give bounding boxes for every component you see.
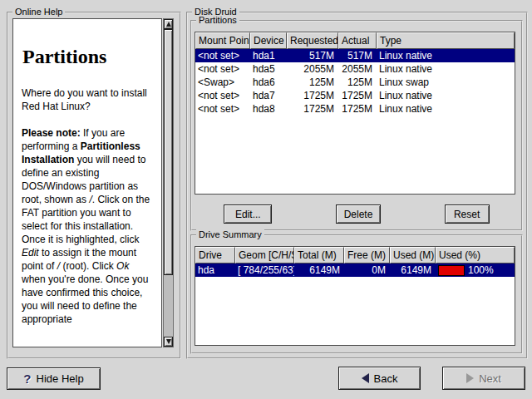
cell: 125M [287,76,338,89]
scroll-down-button[interactable] [164,337,173,347]
drive-summary-table: Drive Geom [C/H/S] Total (M) Free (M) Us… [195,246,515,346]
column-header-used-pct: Used (%) [436,247,515,264]
cell: Linux native [377,62,515,76]
scroll-up-button[interactable] [164,19,173,29]
delete-button[interactable]: Delete [336,204,381,224]
next-label: Next [479,372,501,385]
next-arrow-icon [466,373,474,383]
back-button[interactable]: Back [338,367,421,390]
cell: hda1 [250,49,287,62]
cell: 1725M [338,89,377,102]
scroll-down-icon [166,339,171,344]
column-header-actual: Actual [338,32,377,49]
cell: hda [195,264,235,277]
help-paragraph: Please note: If you are performing a Par… [22,126,153,326]
installer-screen: Online Help Partitions Where do you want… [0,0,532,399]
column-header-type: Type [377,32,515,49]
help-body: Where do you want to install Red Hat Lin… [22,86,153,326]
cell: <not set> [195,102,250,116]
used-percent-cell: 100% [436,264,515,277]
cell: 6149M [294,264,344,277]
cell: hda5 [250,62,287,76]
cell: <not set> [195,89,250,102]
cell: 517M [287,49,338,62]
column-header-free: Free (M) [344,247,390,264]
partitions-buttons: Edit... Delete Reset [192,204,521,224]
partition-row-hda5[interactable]: <not set>hda52055M2055MLinux native [195,62,515,76]
edit-button[interactable]: Edit... [224,204,272,224]
used-percent-bar [438,265,465,276]
cell: hda7 [250,89,287,102]
cell: hda6 [250,76,287,89]
online-help-panel: Online Help Partitions Where do you want… [7,12,181,359]
partitions-section: Partitions Mount Point Device Requested … [190,20,523,231]
cell: <Swap> [195,76,250,89]
partitions-table: Mount Point Device Requested Actual Type… [195,32,515,195]
cell: 1725M [338,102,377,116]
cell: Linux native [377,102,515,116]
partitions-frame-title: Partitions [196,15,239,26]
cell: Linux swap [377,76,515,89]
cell: hda8 [250,102,287,116]
partition-row-hda8[interactable]: <not set>hda81725M1725MLinux native [195,102,515,116]
cell: Linux native [377,49,515,62]
question-mark-icon: ? [23,372,31,386]
drive-row-hda[interactable]: hda[ 784/255/63]6149M0M6149M100% [195,264,515,277]
help-heading: Partitions [22,46,153,68]
column-header-total: Total (M) [294,247,344,264]
cell: [ 784/255/63] [235,264,294,277]
partition-row-hda6[interactable]: <Swap>hda6125M125MLinux swap [195,76,515,89]
help-text-area: Partitions Where do you want to install … [12,18,162,347]
column-header-geom: Geom [C/H/S] [235,247,294,264]
back-arrow-icon [362,373,369,383]
used-percent-label: 100% [468,264,494,277]
cell: 1725M [287,89,338,102]
partition-row-hda1[interactable]: <not set>hda1517M517MLinux native [195,49,515,62]
cell: Linux native [377,89,515,102]
disk-druid-panel: Disk Druid Partitions Mount Point Device… [186,12,528,359]
cell: 0M [344,264,390,277]
hide-help-label: Hide Help [37,372,84,385]
help-paragraph: Where do you want to install Red Hat Lin… [22,86,153,113]
online-help-frame-title: Online Help [12,7,65,17]
scroll-up-icon [166,22,171,27]
scrollbar-thumb[interactable] [164,29,173,275]
back-label: Back [374,372,398,385]
help-scrollbar[interactable] [163,18,174,347]
cell: 2055M [338,62,377,76]
partitions-header-row: Mount Point Device Requested Actual Type [195,32,515,49]
cell: 6149M [390,264,436,277]
drive-summary-rows: hda[ 784/255/63]6149M0M6149M100% [195,264,515,277]
cell: 1725M [287,102,338,116]
column-header-requested: Requested [287,32,338,49]
hide-help-button[interactable]: ? Hide Help [7,367,101,390]
column-header-used-m: Used (M) [390,247,436,264]
next-button[interactable]: Next [442,367,525,390]
cell: <not set> [195,49,250,62]
drive-summary-section: Drive Summary Drive Geom [C/H/S] Total (… [190,234,523,354]
partitions-rows: <not set>hda1517M517MLinux native<not se… [195,49,515,116]
column-header-device: Device [250,32,287,49]
cell: 125M [338,76,377,89]
cell: <not set> [195,62,250,76]
column-header-mount-point: Mount Point [195,32,250,49]
cell: 2055M [287,62,338,76]
column-header-drive: Drive [195,247,235,264]
drive-summary-header-row: Drive Geom [C/H/S] Total (M) Free (M) Us… [195,247,515,264]
cell: 517M [338,49,377,62]
reset-button[interactable]: Reset [445,204,490,224]
drive-summary-frame-title: Drive Summary [196,229,264,240]
partition-row-hda7[interactable]: <not set>hda71725M1725MLinux native [195,89,515,102]
